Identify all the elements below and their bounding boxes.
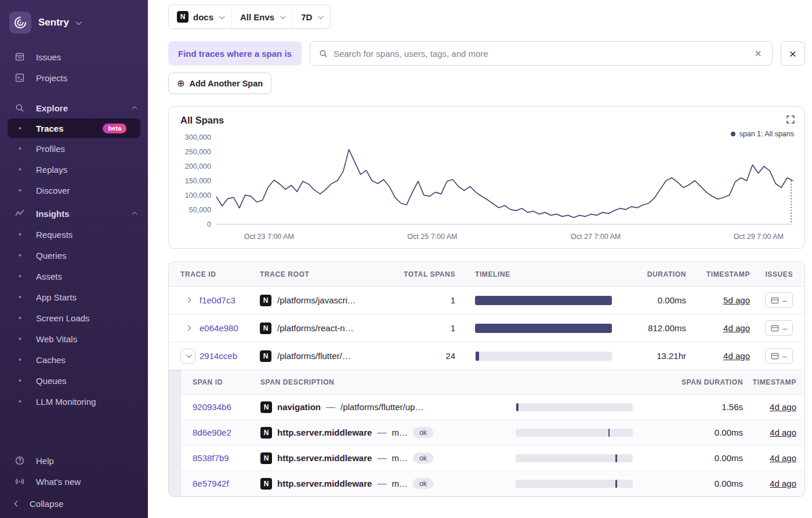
expand-chevron-icon[interactable] — [180, 293, 195, 308]
bullet-icon: • — [19, 186, 22, 195]
search-input[interactable] — [334, 49, 747, 59]
search-bar[interactable]: × — [310, 41, 773, 66]
sidebar-item-label: App Starts — [36, 292, 77, 302]
clear-search-icon[interactable]: × — [752, 46, 764, 60]
collapse-chevron-icon[interactable] — [180, 349, 195, 364]
column-header: SPAN DESCRIPTION — [260, 378, 496, 386]
insights-icon — [14, 208, 26, 219]
trace-id-link[interactable]: e064e980 — [200, 323, 238, 333]
timestamp-link[interactable]: 4d ago — [770, 479, 796, 488]
column-header: TIMESTAMP — [743, 378, 796, 386]
find-traces-chip[interactable]: Find traces where a span is — [168, 41, 302, 66]
span-op: http.server.middleware — [277, 428, 372, 437]
issues-button[interactable]: – — [765, 292, 793, 308]
timestamp-link[interactable]: 4d ago — [770, 453, 796, 463]
table-row[interactable]: e064e980 N/platforms/react-n… 1 812.00ms… — [169, 314, 804, 342]
timeline-cell — [455, 296, 612, 305]
sidebar-item-web-vitals[interactable]: •Web Vitals — [0, 328, 148, 349]
chart-x-tick: Oct 23 7:00 AM — [244, 233, 294, 241]
sidebar-item-whats-new[interactable]: What's new — [0, 471, 148, 492]
span-duration: 1.56s — [633, 402, 743, 412]
sidebar-item-label: Queries — [36, 251, 67, 260]
sidebar: Sentry Issues Projects Explore • Traces — [0, 0, 148, 518]
table-row[interactable]: f1e0d7c3 N/platforms/javascri… 1 0.00ms … — [169, 287, 804, 314]
sentry-logo-icon — [9, 12, 31, 34]
sidebar-item-assets[interactable]: •Assets — [0, 266, 148, 287]
sidebar-item-screen-loads[interactable]: •Screen Loads — [0, 307, 148, 328]
add-span-row: ⊕ Add Another Span — [168, 73, 805, 94]
timestamp-link[interactable]: 4d ago — [770, 402, 796, 412]
span-row[interactable]: 920934b6 N navigation — /platforms/flutt… — [181, 394, 804, 420]
expand-chevron-icon[interactable] — [180, 321, 195, 336]
platform-icon: N — [260, 323, 271, 334]
timeline-track — [516, 480, 633, 488]
span-id-link[interactable]: 8d6e90e2 — [193, 428, 260, 437]
bullet-icon: • — [19, 124, 22, 133]
issues-button[interactable]: – — [765, 320, 793, 336]
timestamp-link[interactable]: 4d ago — [723, 323, 750, 333]
chart-y-tick: 0 — [207, 220, 211, 229]
sidebar-item-llm-monitoring[interactable]: •LLM Monitoring — [0, 391, 148, 412]
timeline-bar — [516, 403, 519, 411]
chart-x-axis: Oct 23 7:00 AMOct 25 7:00 AMOct 27 7:00 … — [222, 229, 793, 244]
sidebar-item-traces[interactable]: • Traces beta — [8, 118, 140, 138]
span-row[interactable]: 8d6e90e2 N http.server.middleware — m… o… — [181, 420, 804, 445]
environment-filter-value: All Envs — [240, 12, 274, 22]
issues-button[interactable]: – — [765, 348, 793, 364]
span-description: m… — [392, 428, 408, 437]
sidebar-item-app-starts[interactable]: •App Starts — [0, 287, 148, 307]
span-row[interactable]: 8e57942f N http.server.middleware — m… o… — [181, 471, 804, 497]
sidebar-item-issues[interactable]: Issues — [0, 46, 148, 67]
all-spans-chart-card: All Spans span 1: All spans 300,000 250,… — [168, 106, 805, 249]
date-range-filter[interactable]: 7D — [293, 5, 330, 28]
close-button[interactable]: × — [781, 41, 805, 66]
table-row[interactable]: 2914cceb N/platforms/flutter/… 24 13.21h… — [169, 342, 804, 370]
timestamp-link[interactable]: 4d ago — [723, 351, 750, 361]
sidebar-item-queries[interactable]: •Queries — [0, 245, 148, 266]
add-another-span-button[interactable]: ⊕ Add Another Span — [168, 73, 271, 94]
chart-body: 300,000 250,000 200,000 150,000 100,000 … — [180, 137, 793, 229]
sidebar-item-projects[interactable]: Projects — [0, 67, 148, 88]
platform-icon: N — [260, 295, 271, 306]
sidebar-section-explore[interactable]: Explore — [0, 97, 148, 118]
collapse-button[interactable]: Collapse — [0, 492, 148, 512]
timestamp-link[interactable]: 4d ago — [770, 428, 796, 437]
trace-root: /platforms/javascri… — [277, 295, 356, 305]
timeline-cell — [496, 403, 633, 411]
timestamp-link[interactable]: 5d ago — [723, 295, 750, 305]
project-filter-value: docs — [193, 12, 213, 22]
sidebar-item-profiles[interactable]: • Profiles — [0, 138, 148, 159]
section-label: Explore — [36, 103, 68, 113]
sidebar-item-queues[interactable]: •Queues — [0, 370, 148, 391]
sidebar-item-caches[interactable]: •Caches — [0, 349, 148, 370]
timeline-bar — [475, 324, 612, 333]
sidebar-item-requests[interactable]: •Requests — [0, 224, 148, 245]
trace-id-link[interactable]: 2914cceb — [200, 351, 237, 361]
status-badge: ok — [413, 452, 433, 463]
sidebar-item-replays[interactable]: • Replays — [0, 159, 148, 180]
org-switcher[interactable]: Sentry — [0, 7, 148, 46]
sidebar-item-discover[interactable]: • Discover — [0, 180, 148, 201]
timeline-track — [516, 454, 633, 462]
chart-x-tick: Oct 27 7:00 AM — [571, 233, 621, 241]
span-id-link[interactable]: 8538f7b9 — [193, 453, 260, 463]
sidebar-item-label: Projects — [36, 73, 67, 83]
plus-circle-icon: ⊕ — [177, 78, 184, 89]
fullscreen-icon[interactable] — [785, 114, 796, 127]
subtable-header: SPAN ID SPAN DESCRIPTION SPAN DURATION T… — [181, 370, 804, 394]
project-filter[interactable]: N docs — [169, 5, 232, 28]
chart-plot-area[interactable] — [216, 137, 793, 224]
sidebar-section-insights[interactable]: Insights — [0, 203, 148, 224]
timeline-track — [516, 403, 633, 411]
span-id-link[interactable]: 8e57942f — [193, 479, 260, 488]
environment-filter[interactable]: All Envs — [232, 5, 293, 28]
beta-badge: beta — [103, 124, 126, 133]
span-subtable: SPAN ID SPAN DESCRIPTION SPAN DURATION T… — [180, 370, 804, 497]
chevron-down-icon — [318, 13, 324, 19]
span-row[interactable]: 8538f7b9 N http.server.middleware — m… o… — [181, 445, 804, 471]
sidebar-item-help[interactable]: Help — [0, 450, 148, 471]
trace-id-link[interactable]: f1e0d7c3 — [200, 295, 235, 305]
platform-icon: N — [177, 11, 188, 23]
issues-count: – — [782, 296, 787, 305]
span-id-link[interactable]: 920934b6 — [193, 402, 260, 412]
